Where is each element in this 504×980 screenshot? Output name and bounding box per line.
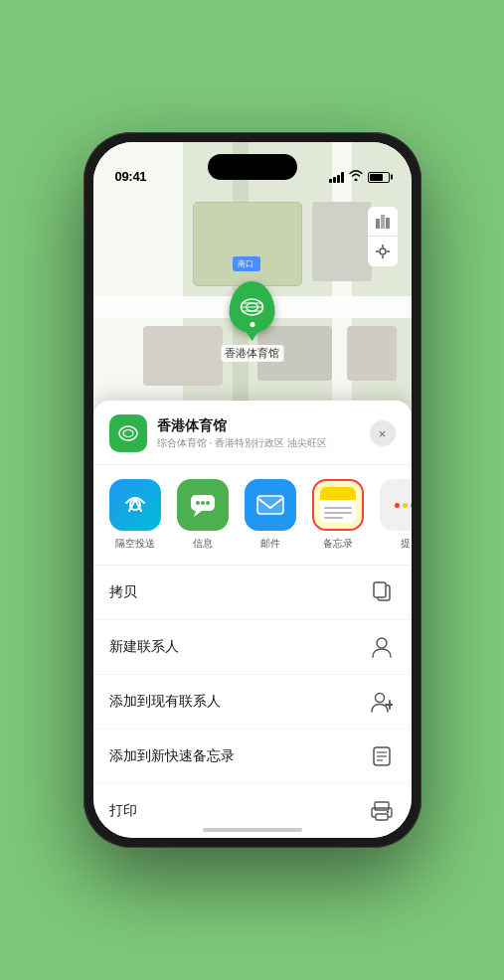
home-indicator	[203, 828, 302, 832]
marker-pin	[230, 281, 275, 333]
message-label: 信息	[193, 537, 213, 551]
print-icon	[368, 797, 396, 825]
action-copy[interactable]: 拷贝	[93, 566, 412, 620]
signal-icon	[329, 172, 344, 183]
location-header: 香港体育馆 综合体育馆 · 香港特别行政区 油尖旺区 ×	[93, 401, 412, 465]
airdrop-icon	[109, 479, 161, 531]
mail-icon	[245, 479, 296, 531]
new-contact-label: 新建联系人	[109, 638, 179, 656]
note-icon	[368, 742, 396, 770]
share-mail[interactable]: 邮件	[245, 479, 296, 551]
svg-point-25	[375, 694, 384, 703]
svg-rect-32	[375, 802, 389, 810]
location-name: 香港体育馆	[157, 417, 370, 435]
location-button[interactable]	[368, 237, 398, 266]
more-label: 提	[401, 537, 411, 551]
battery-icon	[368, 172, 390, 183]
share-airdrop[interactable]: 隔空投送	[109, 479, 161, 551]
svg-rect-23	[374, 582, 386, 597]
copy-icon	[368, 578, 396, 606]
mail-label: 邮件	[260, 537, 280, 551]
bottom-sheet: 香港体育馆 综合体育馆 · 香港特别行政区 油尖旺区 ×	[93, 401, 412, 838]
svg-point-20	[206, 501, 210, 505]
person-add-icon	[368, 688, 396, 716]
dynamic-island	[208, 154, 297, 180]
more-icon	[380, 479, 412, 531]
svg-point-18	[196, 501, 200, 505]
wifi-icon	[349, 170, 363, 184]
phone-frame: 09:41	[84, 132, 421, 848]
svg-point-19	[201, 501, 205, 505]
map-type-button[interactable]	[368, 207, 398, 237]
location-description: 综合体育馆 · 香港特别行政区 油尖旺区	[157, 436, 370, 450]
person-icon	[368, 633, 396, 661]
svg-point-24	[377, 638, 387, 648]
stadium-marker[interactable]: 香港体育馆	[221, 281, 283, 362]
svg-rect-21	[257, 496, 283, 514]
svg-point-3	[380, 248, 386, 254]
location-info: 香港体育馆 综合体育馆 · 香港特别行政区 油尖旺区	[157, 417, 370, 450]
svg-rect-34	[376, 814, 388, 820]
action-new-contact[interactable]: 新建联系人	[93, 620, 412, 675]
action-add-notes[interactable]: 添加到新快速备忘录	[93, 730, 412, 784]
more-dots	[395, 503, 412, 508]
location-venue-icon	[109, 414, 147, 452]
share-message[interactable]: 信息	[177, 479, 229, 551]
svg-rect-0	[376, 219, 380, 229]
svg-rect-1	[381, 215, 385, 229]
map-label-nankou: 南口	[233, 256, 260, 271]
svg-marker-17	[194, 511, 202, 517]
print-label: 打印	[109, 802, 137, 820]
add-notes-label: 添加到新快速备忘录	[109, 747, 235, 765]
status-icons	[329, 170, 390, 184]
map-controls	[368, 207, 398, 266]
svg-point-13	[119, 426, 137, 440]
notes-icon	[312, 479, 364, 531]
svg-point-35	[386, 811, 388, 813]
share-notes[interactable]: 备忘录	[312, 479, 364, 551]
svg-rect-2	[386, 218, 390, 229]
share-more[interactable]: 提	[380, 479, 412, 551]
airdrop-label: 隔空投送	[115, 537, 155, 551]
phone-screen: 09:41	[93, 142, 412, 838]
marker-label: 香港体育馆	[221, 345, 283, 362]
action-add-existing[interactable]: 添加到现有联系人	[93, 675, 412, 730]
svg-point-14	[123, 430, 133, 437]
notes-label: 备忘录	[323, 537, 353, 551]
close-button[interactable]: ×	[370, 420, 396, 446]
action-list: 拷贝 新建联系人	[93, 566, 412, 838]
copy-label: 拷贝	[109, 583, 137, 601]
message-icon	[177, 479, 229, 531]
share-row: 隔空投送 信息	[93, 465, 412, 566]
status-time: 09:41	[115, 169, 147, 184]
add-existing-label: 添加到现有联系人	[109, 693, 221, 711]
